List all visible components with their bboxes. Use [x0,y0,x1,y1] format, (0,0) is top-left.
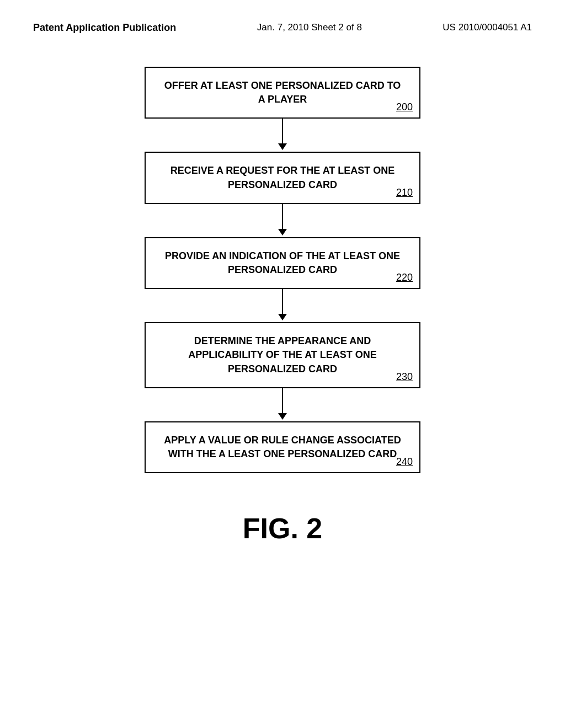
flow-box-200-number: 200 [396,101,413,113]
flow-box-240-number: 240 [396,456,413,468]
publication-label: Patent Application Publication [33,22,176,34]
arrow-line-4 [282,388,283,413]
arrow-1 [278,119,287,152]
arrow-head-4 [278,413,287,420]
sheet-info: Jan. 7, 2010 Sheet 2 of 8 [257,22,362,33]
patent-number: US 2010/0004051 A1 [443,22,532,33]
flow-box-220-number: 220 [396,272,413,283]
flow-box-230-number: 230 [396,371,413,383]
arrow-head-1 [278,143,287,150]
arrow-line-1 [282,119,283,143]
figure-label: FIG. 2 [33,512,532,545]
arrow-head-3 [278,314,287,320]
arrow-line-3 [282,289,283,314]
flow-box-200-text: OFFER AT LEAST ONE PERSONALIZED CARD TO … [162,79,403,106]
flow-box-210-number: 210 [396,187,413,199]
arrow-4 [278,388,287,421]
arrow-line-2 [282,204,283,229]
flow-box-240-text: APPLY A VALUE OR RULE CHANGE ASSOCIATED … [162,433,403,461]
flow-box-210-text: RECEIVE A REQUEST FOR THE AT LEAST ONE P… [162,164,403,191]
flowchart: OFFER AT LEAST ONE PERSONALIZED CARD TO … [33,67,532,473]
flow-box-230: DETERMINE THE APPEARANCE AND APPLICABILI… [145,322,420,388]
arrow-2 [278,204,287,237]
patent-page: Patent Application Publication Jan. 7, 2… [0,0,565,728]
flow-box-200: OFFER AT LEAST ONE PERSONALIZED CARD TO … [145,67,420,119]
flow-box-210: RECEIVE A REQUEST FOR THE AT LEAST ONE P… [145,152,420,204]
arrow-3 [278,289,287,322]
arrow-head-2 [278,229,287,235]
flow-box-220: PROVIDE AN INDICATION OF THE AT LEAST ON… [145,237,420,289]
flow-box-240: APPLY A VALUE OR RULE CHANGE ASSOCIATED … [145,421,420,473]
page-header: Patent Application Publication Jan. 7, 2… [33,22,532,34]
flow-box-220-text: PROVIDE AN INDICATION OF THE AT LEAST ON… [162,249,403,277]
flow-box-230-text: DETERMINE THE APPEARANCE AND APPLICABILI… [162,334,403,376]
